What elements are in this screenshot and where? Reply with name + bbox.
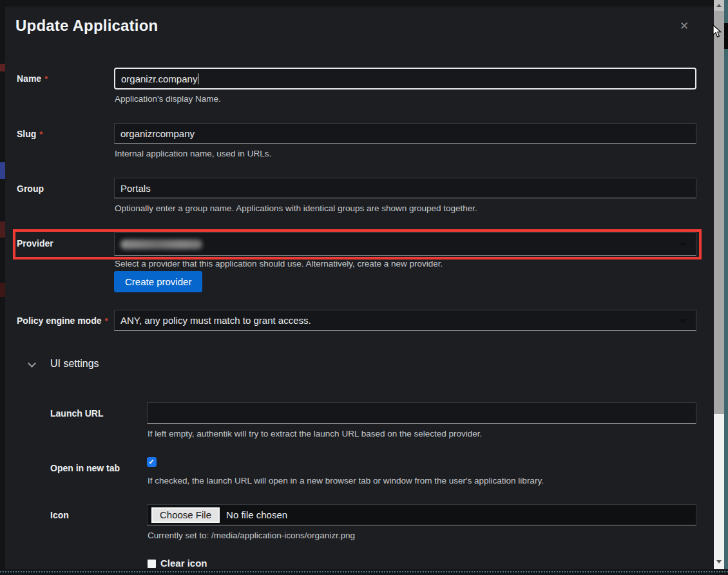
slug-help: Internal application name, used in URLs. <box>115 149 271 158</box>
update-application-modal-screen: Update Application ✕ Name* organizr.comp… <box>0 0 728 575</box>
clear-icon-label: Clear icon <box>160 558 207 569</box>
provider-help: Select a provider that this application … <box>115 259 443 269</box>
name-label: Name* <box>17 73 48 84</box>
provider-value-redacted <box>120 240 202 249</box>
choose-file-button[interactable]: Choose File <box>151 507 220 523</box>
open-in-new-tab-help: If checked, the launch URL will open in … <box>148 476 544 485</box>
group-label: Group <box>17 184 44 194</box>
clear-icon-checkbox[interactable] <box>148 560 156 568</box>
create-provider-button[interactable]: Create provider <box>114 271 202 292</box>
policy-engine-mode-select[interactable]: ANY, any policy must match to grant acce… <box>114 310 696 331</box>
group-help: Optionally enter a group name. Applicati… <box>115 203 477 213</box>
required-asterisk: * <box>44 74 48 84</box>
icon-label: Icon <box>50 510 69 520</box>
scroll-up-icon[interactable] <box>714 0 724 11</box>
backdrop-sliver <box>0 222 5 238</box>
icon-file-input[interactable]: Choose File No file chosen <box>147 504 696 525</box>
required-asterisk: * <box>39 129 43 139</box>
provider-select[interactable] <box>114 232 696 256</box>
page-title: Update Application <box>15 17 158 35</box>
scroll-down-icon[interactable] <box>714 552 724 570</box>
group-input[interactable]: Portals <box>114 178 696 198</box>
launch-url-input[interactable] <box>147 402 696 424</box>
chevron-down-icon <box>679 319 687 323</box>
policy-engine-mode-label: Policy engine mode* <box>17 316 108 326</box>
chevron-down-icon[interactable] <box>29 361 35 367</box>
mouse-cursor <box>713 24 722 38</box>
icon-help: Currently set to: /media/application-ico… <box>148 531 355 540</box>
launch-url-help: If left empty, authentik will try to ext… <box>148 429 482 438</box>
chevron-down-icon <box>679 243 687 247</box>
vertical-scrollbar[interactable] <box>714 0 724 570</box>
slug-label: Slug* <box>17 129 43 139</box>
provider-label: Provider <box>17 238 53 249</box>
scrollbar-thumb[interactable] <box>714 11 724 414</box>
backdrop-sliver <box>0 64 5 71</box>
slug-input[interactable]: organizrcompany <box>114 123 696 144</box>
backdrop-sliver <box>0 283 5 297</box>
required-asterisk: * <box>104 316 108 326</box>
window-edge-notch <box>724 23 728 49</box>
launch-url-label: Launch URL <box>50 408 103 419</box>
window-edge <box>724 0 728 575</box>
open-in-new-tab-checkbox[interactable] <box>147 457 157 467</box>
bottom-dotted-outline <box>0 571 728 572</box>
file-status-text: No file chosen <box>226 509 287 520</box>
name-help: Application's display Name. <box>115 94 221 104</box>
name-input[interactable]: organizr.company <box>114 68 696 90</box>
backdrop-sliver <box>0 162 5 179</box>
open-in-new-tab-label: Open in new tab <box>50 463 120 473</box>
text-caret <box>198 73 198 84</box>
close-icon[interactable]: ✕ <box>677 19 691 33</box>
ui-settings-section-toggle[interactable]: UI settings <box>50 358 99 370</box>
